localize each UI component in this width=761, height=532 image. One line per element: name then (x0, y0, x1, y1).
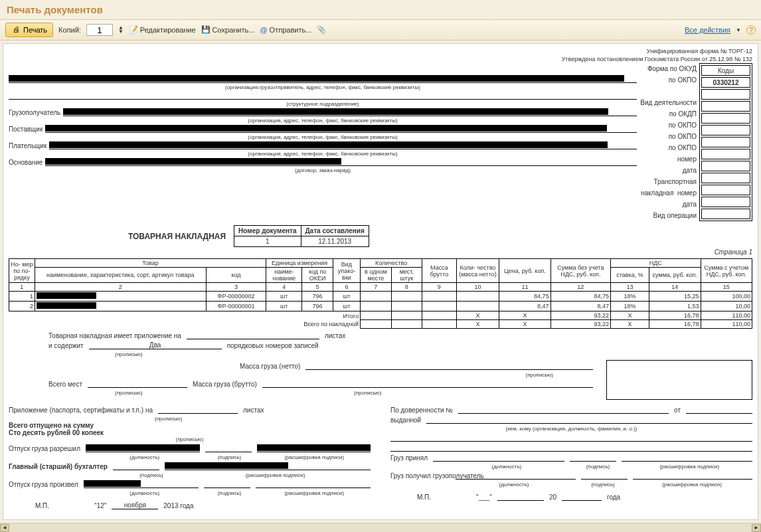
save-button[interactable]: 💾 Сохранить... (201, 25, 255, 35)
table-row: 1 ФР-00000002шт796шт 84,75 84,75 18% 15,… (9, 292, 752, 302)
org-caption: (организация-грузоотправитель, адрес, те… (9, 84, 637, 90)
released-sum-label: Всего отпущено на сумму (9, 422, 371, 429)
consignee-label: Грузополучатель (9, 109, 63, 116)
dropdown-icon[interactable]: ▼ (736, 27, 741, 33)
at-icon: @ (260, 26, 267, 34)
copies-spinner[interactable]: ▲▼ (118, 26, 124, 34)
stamp-box (606, 360, 752, 400)
sum-words: Сто десять рублей 00 копеек (9, 429, 371, 436)
doc-title: ТОВАРНАЯ НАКЛАДНАЯ (128, 232, 226, 241)
window-title: Печать документов (0, 0, 761, 20)
struct-caption: (структурное подразделение) (9, 101, 637, 107)
edit-icon: 📝 (129, 25, 138, 35)
help-icon[interactable]: ? (746, 25, 756, 35)
edit-button[interactable]: 📝 Редактирование (129, 25, 196, 35)
copies-label: Копий: (58, 26, 81, 34)
main-table: Но- мер по по- рядку Товар Единица измер… (9, 258, 752, 329)
printer-icon: 🖨 (11, 25, 21, 35)
print-button[interactable]: 🖨 Печать (5, 23, 53, 37)
all-actions-button[interactable]: Все действия (685, 26, 730, 34)
table-row: 2 ФР-00000001шт796шт 8,47 8,47 18% 1,53 … (9, 302, 752, 311)
scroll-left-icon[interactable]: ◄ (0, 524, 9, 532)
codes-table: Коды 0330212 (699, 63, 752, 221)
scroll-right-icon[interactable]: ► (752, 524, 761, 532)
send-button[interactable]: @ Отправить... (260, 26, 311, 34)
form-line2: Утверждена постановлением Госкомстата Ро… (9, 56, 752, 64)
form-line1: Унифицированная форма № ТОРГ-12 (9, 48, 752, 56)
print-label: Печать (23, 26, 47, 34)
horizontal-scrollbar[interactable]: ◄ ► (0, 523, 761, 532)
page-number: Страница 1 (9, 248, 752, 256)
save-icon: 💾 (201, 25, 211, 35)
document-area: Унифицированная форма № ТОРГ-12 Утвержде… (3, 43, 758, 520)
supplier-label: Поставщик (9, 126, 45, 133)
payer-label: Плательщик (9, 142, 49, 149)
copies-input[interactable] (86, 24, 113, 36)
docmeta-table: Номер документаДата составления 112.11.2… (234, 225, 369, 247)
attach-icon[interactable]: 📎 (317, 25, 326, 35)
toolbar: 🖨 Печать Копий: ▲▼ 📝 Редактирование 💾 Со… (0, 20, 761, 41)
basis-label: Основание (9, 159, 45, 166)
